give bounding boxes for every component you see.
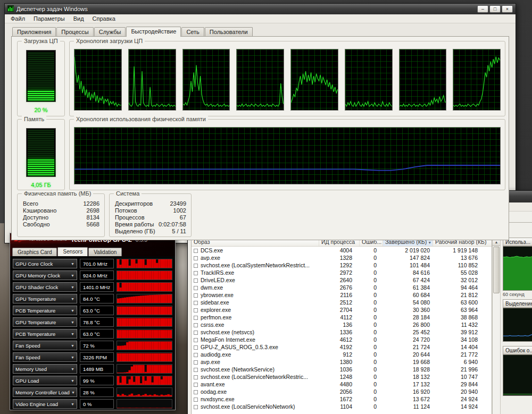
table-row[interactable]: oodag.exe 2056 0 16 920 20 940 xyxy=(192,388,492,395)
sensor-name-dropdown[interactable]: GPU Memory Clock ▼ xyxy=(13,271,77,280)
stat-row: Кэшировано 2698 xyxy=(23,207,99,214)
table-row[interactable]: avant.exe 4480 0 17 132 29 844 xyxy=(192,381,492,388)
process-checkbox[interactable] xyxy=(194,293,198,298)
sensor-name-dropdown[interactable]: Memory Used ▼ xyxy=(13,364,77,374)
process-checkbox[interactable] xyxy=(194,264,198,268)
process-checkbox[interactable] xyxy=(194,338,198,342)
process-checkbox[interactable] xyxy=(194,308,198,312)
sensor-name-dropdown[interactable]: Fan Speed ▼ xyxy=(13,341,77,350)
cpu-history-pane-cpu-core-1 xyxy=(74,49,122,111)
process-checkbox[interactable] xyxy=(194,398,198,402)
table-row[interactable]: csrss.exe 136 0 26 800 11 432 xyxy=(192,321,492,328)
table-row[interactable]: dwm.exe 2676 0 61 384 94 464 xyxy=(192,284,492,291)
table-row[interactable]: perfmon.exe 4112 0 28 184 38 868 xyxy=(192,314,492,321)
graph-time-label: 60 секунд xyxy=(503,292,525,297)
process-checkbox[interactable] xyxy=(194,331,198,335)
side-panel-faults-title[interactable]: Ошибок о... xyxy=(503,346,532,354)
menu-item[interactable]: Справка xyxy=(88,15,120,22)
menu-item[interactable]: Параметры xyxy=(29,15,69,22)
process-pid: 2116 xyxy=(319,292,360,298)
sensor-name-dropdown[interactable]: Fan Speed ▼ xyxy=(13,352,77,362)
process-checkbox[interactable] xyxy=(194,323,198,327)
menu-item[interactable]: Вид xyxy=(69,15,88,22)
tab[interactable]: Приложения xyxy=(12,27,56,36)
system-group: Система Дескрипторов 23499 Потоков 1002 … xyxy=(109,193,192,237)
table-row[interactable]: sidebar.exe 2512 0 54 080 63 600 xyxy=(192,299,492,306)
process-faults: 0 xyxy=(360,381,383,387)
tab[interactable]: Graphics Card xyxy=(12,248,57,256)
table-row[interactable]: DCS.exe 4004 0 2 019 020 1 919 148 xyxy=(192,247,492,254)
scrollbar-thumb[interactable] xyxy=(493,247,500,293)
tab[interactable]: Сеть xyxy=(181,27,204,36)
tab[interactable]: Validation xyxy=(88,248,122,256)
process-checkbox[interactable] xyxy=(194,360,198,365)
table-row[interactable]: MegaFon Internet.exe 4612 0 24 720 34 10… xyxy=(192,336,492,343)
gpuz-sensors-panel: GPU Core Clock ▼ 701.0 MHz GPU Memory Cl… xyxy=(10,256,175,410)
process-checkbox[interactable] xyxy=(194,278,198,283)
tab[interactable]: Процессы xyxy=(56,27,93,36)
window-button[interactable]: × xyxy=(502,5,513,13)
side-panel-commit-title[interactable]: Выделение... xyxy=(503,299,532,308)
table-row[interactable]: ybrowser.exe 2116 0 60 684 21 812 xyxy=(192,291,492,299)
process-checkbox[interactable] xyxy=(194,368,198,372)
process-checkbox[interactable] xyxy=(194,286,198,290)
window-button[interactable]: □ xyxy=(489,5,501,13)
table-row[interactable]: avp.exe 1380 0 19 668 6 940 xyxy=(192,358,492,366)
sensor-name-dropdown[interactable]: Video Engine Load ▼ xyxy=(13,399,77,409)
table-row[interactable]: svchost.exe (NetworkService) 1036 0 18 9… xyxy=(192,366,492,373)
sensor-name-dropdown[interactable]: GPU Core Clock ▼ xyxy=(13,259,77,268)
task-manager-titlebar[interactable]: Диспетчер задач Windows –□× xyxy=(5,4,516,14)
table-row[interactable]: svchost.exe (netsvcs) 1336 0 25 452 39 9… xyxy=(192,328,492,336)
table-row[interactable]: TrackIRS.exe 2972 0 84 616 55 028 xyxy=(192,269,492,276)
table-scrollbar[interactable]: ▲ ▼ xyxy=(492,238,501,414)
sensor-name-dropdown[interactable]: PCB Temperature ▼ xyxy=(13,306,77,315)
sensor-name-dropdown[interactable]: GPU Load ▼ xyxy=(13,376,77,385)
memory-gauge-group: Память 4,05 ГБ xyxy=(17,119,65,190)
menu-item[interactable]: Файл xyxy=(6,15,29,22)
table-row[interactable]: audiodg.exe 912 0 20 644 21 772 xyxy=(192,351,492,358)
process-checkbox[interactable] xyxy=(194,316,198,320)
sensor-name-dropdown[interactable]: Memory Controller Load ▼ xyxy=(13,387,77,397)
sensor-value: 924.0 MHz xyxy=(80,271,114,280)
process-commit: 18 928 xyxy=(383,366,433,373)
process-checkbox[interactable] xyxy=(194,249,198,253)
table-row[interactable]: DriveLED.exe 2640 0 67 424 32 012 xyxy=(192,276,492,284)
table-row[interactable]: svchost.exe (LocalServiceNetworkRestric.… xyxy=(192,373,492,381)
sensor-name-dropdown[interactable]: GPU Shader Clock ▼ xyxy=(13,282,77,292)
stat-value: 12286 xyxy=(83,200,99,207)
sensor-name-dropdown[interactable]: GPU Temperature ▼ xyxy=(13,294,77,303)
tab[interactable]: Быстродействие xyxy=(126,27,181,37)
process-checkbox[interactable] xyxy=(194,271,198,275)
sensor-name-dropdown[interactable]: PCB Temperature ▼ xyxy=(13,329,77,339)
process-name-cell: avp.exe xyxy=(192,255,319,261)
cpu-usage-group-label: Загрузка ЦП xyxy=(22,38,60,44)
tab[interactable]: Sensors xyxy=(57,247,88,256)
memory-history-group: Хронология использования физической памя… xyxy=(69,119,505,190)
process-checkbox[interactable] xyxy=(194,383,198,387)
process-pid: 1248 xyxy=(319,374,360,380)
process-checkbox[interactable] xyxy=(194,405,198,409)
table-row[interactable]: avp.exe 1328 0 147 824 13 676 xyxy=(192,254,492,261)
process-working-set: 29 844 xyxy=(433,381,487,387)
process-pid: 1336 xyxy=(319,329,360,335)
process-checkbox[interactable] xyxy=(194,353,198,357)
process-faults: 0 xyxy=(360,374,383,380)
process-checkbox[interactable] xyxy=(194,256,198,260)
table-row[interactable]: nvxdsync.exe 1672 0 13 672 24 924 xyxy=(192,395,492,403)
process-checkbox[interactable] xyxy=(194,390,198,394)
process-checkbox[interactable] xyxy=(194,345,198,350)
table-row[interactable]: explorer.exe 2704 0 30 360 63 964 xyxy=(192,306,492,314)
process-name-cell: sidebar.exe xyxy=(192,299,319,306)
tab[interactable]: Службы xyxy=(94,27,126,36)
chart-canvas xyxy=(117,283,172,291)
table-row[interactable]: svchost.exe (LocalSystemNetworkRestrict.… xyxy=(192,261,492,269)
table-row[interactable]: GPU-Z_ASUS_ROG_0.5.3.exe 4192 0 21 724 1… xyxy=(192,343,492,351)
process-checkbox[interactable] xyxy=(194,301,198,305)
process-checkbox[interactable] xyxy=(194,375,198,379)
process-name-cell: svchost.exe (LocalSystemNetworkRestrict.… xyxy=(192,262,319,268)
window-button[interactable]: – xyxy=(477,5,488,13)
process-commit: 84 616 xyxy=(383,269,433,276)
tab[interactable]: Пользователи xyxy=(205,27,253,36)
sensor-name-dropdown[interactable]: GPU Temperature ▼ xyxy=(13,317,77,327)
table-row[interactable]: svchost.exe (LocalServiceNoNetwork) 1104… xyxy=(192,403,492,410)
